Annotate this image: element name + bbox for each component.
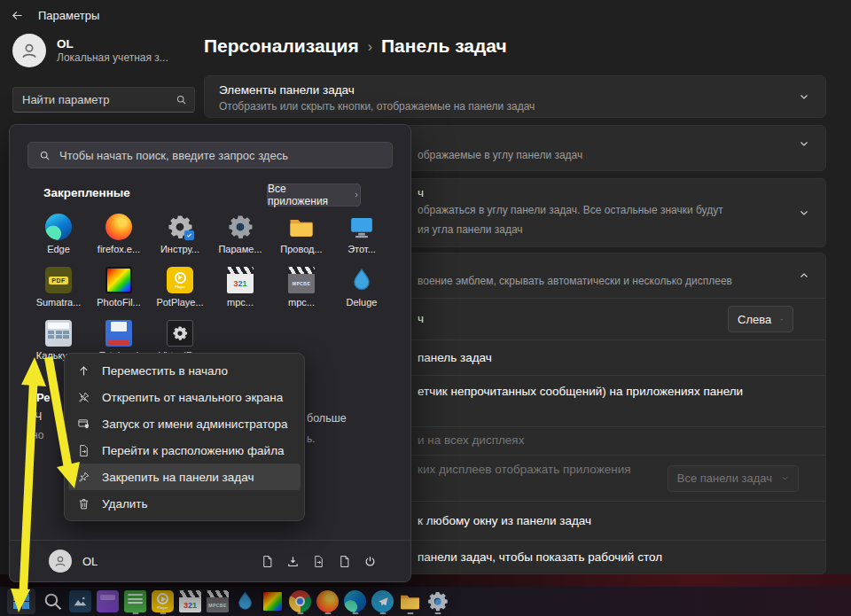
taskbar-photos-button[interactable] bbox=[66, 587, 94, 616]
taskbar-movies-button[interactable] bbox=[94, 587, 121, 616]
app-tile-mpc-be[interactable]: MPCBE mpc... bbox=[273, 267, 330, 308]
mpc-hc-icon: 321 bbox=[179, 590, 201, 612]
menu-item-delete[interactable]: Удалить bbox=[68, 490, 301, 517]
app-tile-this-pc[interactable]: Этот... bbox=[333, 214, 390, 254]
taskbar-notepad-button[interactable] bbox=[121, 587, 149, 616]
virtualdub-icon bbox=[167, 320, 193, 347]
taskbar-mpc-be-button[interactable]: MPCBE bbox=[204, 587, 231, 616]
card-text-fragment: ображаемые в углу панели задач bbox=[418, 149, 582, 161]
chevron-down-icon[interactable] bbox=[799, 91, 809, 102]
photos-icon bbox=[69, 590, 91, 612]
screen: Параметры OL Локальная учетная з... Найт… bbox=[0, 0, 851, 616]
taskbar-search-button[interactable] bbox=[39, 587, 66, 616]
settings-search-placeholder: Найти параметр bbox=[22, 93, 109, 106]
back-icon[interactable] bbox=[11, 9, 24, 22]
unpin-icon bbox=[77, 391, 90, 404]
documents-icon[interactable] bbox=[261, 555, 274, 568]
taskbar-settings-button[interactable] bbox=[424, 587, 451, 616]
app-tile-firefox[interactable]: firefox.e... bbox=[90, 214, 147, 254]
multi-display-dropdown[interactable]: Все панели задач bbox=[668, 465, 799, 492]
admin-shield-icon bbox=[77, 417, 90, 431]
app-tile-mpc-hc[interactable]: 321 mpc... bbox=[212, 267, 269, 308]
taskbar-mpc-hc-button[interactable]: 321 bbox=[176, 587, 204, 616]
power-icon[interactable] bbox=[363, 555, 377, 568]
row-text-fragment: к любому окну из панели задач bbox=[418, 514, 591, 527]
all-apps-label: Все приложения bbox=[268, 183, 347, 207]
row-text-fragment: и на всех дисплеях bbox=[418, 433, 524, 447]
card-text-fragment: ия угла панели задач bbox=[418, 223, 523, 236]
menu-item-unpin-from-start[interactable]: Открепить от начального экрана bbox=[68, 384, 301, 410]
deluge-drop-icon bbox=[348, 267, 375, 293]
explorer-folder-icon bbox=[399, 590, 421, 612]
chevron-down-icon[interactable] bbox=[799, 138, 809, 149]
explorer-icon[interactable] bbox=[338, 555, 351, 568]
card-text-fragment: ч bbox=[418, 186, 424, 199]
recommended-fragment: но bbox=[32, 429, 43, 441]
row-text-fragment: ких дисплеев отображать приложения bbox=[418, 463, 631, 476]
row-text-fragment: панель задач bbox=[418, 351, 492, 364]
start-button[interactable] bbox=[7, 589, 35, 614]
app-tile-explorer[interactable]: Провод... bbox=[273, 214, 330, 254]
pinned-section-title: Закрепленные bbox=[43, 186, 130, 199]
account-card[interactable]: OL Локальная учетная з... bbox=[12, 34, 194, 67]
dropdown-value: Все панели задач bbox=[677, 472, 772, 485]
potplayer-icon: Player bbox=[152, 590, 174, 612]
app-tile-settings[interactable]: Параме... bbox=[212, 214, 269, 254]
pictures-icon[interactable] bbox=[312, 555, 325, 568]
all-apps-button[interactable]: Все приложения bbox=[267, 183, 361, 207]
row-text-fragment: панели задач, чтобы показать рабочий сто… bbox=[418, 550, 662, 564]
downloads-icon[interactable] bbox=[286, 555, 300, 568]
menu-item-open-file-location[interactable]: Перейти к расположению файла bbox=[68, 437, 301, 464]
user-avatar[interactable] bbox=[49, 550, 72, 573]
card-subtitle: Отобразить или скрыть кнопки, отображаем… bbox=[219, 100, 535, 113]
start-search-input[interactable]: Чтобы начать поиск, введите запрос здесь bbox=[27, 142, 393, 168]
taskbar-potplayer-button[interactable]: Player bbox=[149, 587, 176, 616]
edge-icon bbox=[344, 590, 366, 612]
dropdown-value: Слева bbox=[738, 313, 771, 326]
chevron-down-icon[interactable] bbox=[799, 207, 809, 218]
taskbar-photofiltre-button[interactable] bbox=[259, 587, 286, 616]
totalcmd-floppy-icon bbox=[105, 320, 132, 347]
taskbar-explorer-button[interactable] bbox=[396, 587, 424, 616]
window-titlebar: Параметры bbox=[11, 9, 99, 22]
card-taskbar-items[interactable]: Элементы панели задач Отобразить или скр… bbox=[204, 75, 826, 118]
taskbar-deluge-button[interactable] bbox=[231, 587, 259, 616]
app-tile-potplayer[interactable]: Player PotPlaye... bbox=[152, 267, 208, 308]
up-arrow-icon bbox=[77, 364, 90, 378]
taskbar-chrome-button[interactable] bbox=[286, 587, 314, 616]
notepad-icon bbox=[124, 590, 146, 612]
app-label: mpc... bbox=[273, 297, 330, 308]
trash-icon bbox=[77, 497, 90, 511]
avatar bbox=[12, 34, 46, 67]
alignment-dropdown[interactable]: Слева bbox=[728, 306, 793, 332]
menu-item-move-to-front[interactable]: Переместить в начало bbox=[68, 357, 301, 384]
menu-item-label: Удалить bbox=[102, 497, 148, 511]
breadcrumb-separator: › bbox=[368, 37, 372, 55]
movies-tv-icon bbox=[97, 590, 119, 612]
folder-icon bbox=[288, 214, 315, 240]
account-type: Локальная учетная з... bbox=[57, 51, 168, 65]
app-tile-sumatra[interactable]: PDF Sumatra... bbox=[30, 267, 87, 308]
menu-item-pin-to-taskbar[interactable]: Закрепить на панели задач bbox=[68, 464, 301, 490]
settings-search-input[interactable]: Найти параметр bbox=[12, 87, 195, 113]
taskbar-edge-button[interactable] bbox=[341, 587, 369, 616]
app-tile-photofiltre[interactable]: PhotoFil... bbox=[90, 267, 147, 308]
app-label: Параме... bbox=[212, 244, 269, 254]
taskbar-telegram-button[interactable] bbox=[369, 587, 396, 616]
potplayer-icon-text: Player bbox=[175, 285, 185, 289]
app-tile-edge[interactable]: Edge bbox=[30, 214, 87, 254]
photofiltre-icon bbox=[105, 267, 132, 293]
app-tile-windows-tools[interactable]: Инстру... bbox=[152, 214, 208, 254]
taskbar: Player 321 MPCBE bbox=[0, 587, 851, 616]
menu-item-run-as-admin[interactable]: Запуск от имени администратора bbox=[68, 410, 301, 437]
recommended-fragment: Ре bbox=[36, 391, 51, 404]
app-tile-deluge[interactable]: Deluge bbox=[333, 267, 390, 308]
search-icon bbox=[176, 94, 187, 105]
recommended-fragment: Ч bbox=[35, 410, 42, 423]
breadcrumb-root[interactable]: Персонализация bbox=[204, 35, 359, 57]
breadcrumb: Персонализация › Панель задач bbox=[204, 35, 507, 57]
settings-gear-icon bbox=[426, 590, 449, 612]
taskbar-firefox-button[interactable] bbox=[314, 587, 341, 616]
chevron-up-icon[interactable] bbox=[799, 270, 809, 281]
app-label: PotPlaye... bbox=[152, 297, 208, 308]
